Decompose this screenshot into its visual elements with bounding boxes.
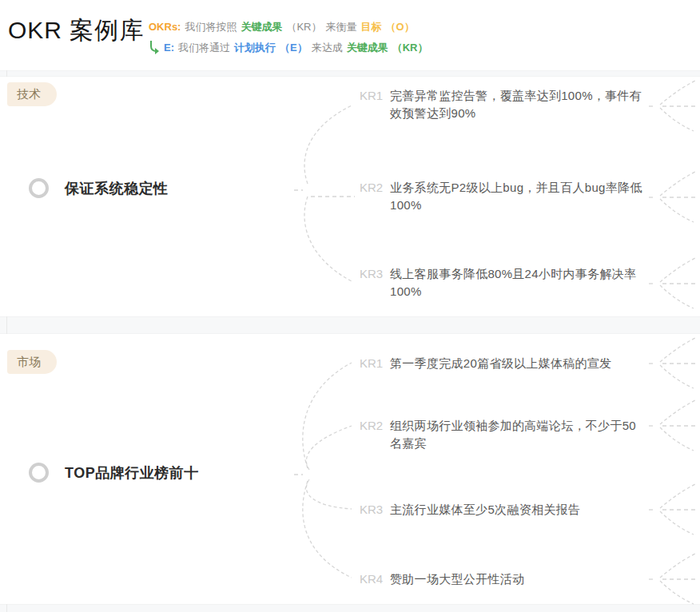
objective-node[interactable]: 保证系统稳定性 <box>29 178 169 198</box>
section-tech: 技术 保证系统稳定性 KR1 完善异常监控告警，覆盖率达到100%，事件有效预警… <box>0 77 700 316</box>
kr-index: KR1 <box>360 87 384 105</box>
section-market: 市场 TOP品牌行业榜前十 KR1 第一季度完成20篇省级以上媒体稿的宣发 KR… <box>0 334 700 604</box>
okr-legend: OKRs: 我们将按照 关键成果 （KR） 来衡量 目标 （O） E: 我们将通… <box>149 17 432 58</box>
objective-title: 保证系统稳定性 <box>65 179 169 198</box>
legend-text: 来衡量 <box>326 17 357 38</box>
kr-item[interactable]: KR3 线上客服事务降低80%且24小时内事务解决率100% <box>360 265 647 300</box>
kr-index: KR2 <box>360 179 384 197</box>
kr-item[interactable]: KR4 赞助一场大型公开性活动 <box>360 570 647 588</box>
section-divider <box>0 604 700 612</box>
objective-bullet-icon[interactable] <box>29 463 49 483</box>
kr-index: KR1 <box>360 355 384 372</box>
legend-line-okr: OKRs: 我们将按照 关键成果 （KR） 来衡量 目标 （O） <box>149 17 432 38</box>
kr-text: 组织两场行业领袖参加的高端论坛，不少于50名嘉宾 <box>390 417 647 452</box>
curved-arrow-icon <box>149 41 161 55</box>
kr-index: KR3 <box>360 501 384 519</box>
collapsed-branch-icon <box>647 480 700 539</box>
legend-text: 我们将按照 <box>185 17 237 38</box>
kr-text: 主流行业媒体至少5次融资相关报告 <box>390 501 647 519</box>
collapsed-branch-icon <box>647 254 700 313</box>
kr-text: 赞助一场大型公开性活动 <box>390 570 647 588</box>
kr-item[interactable]: KR2 组织两场行业领袖参加的高端论坛，不少于50名嘉宾 <box>360 417 647 452</box>
page-title: OKR 案例库 <box>8 14 144 47</box>
legend-e-paren: （E） <box>280 38 308 58</box>
kr-text: 完善异常监控告警，覆盖率达到100%，事件有效预警达到90% <box>390 87 647 122</box>
legend-kr-paren: （KR） <box>392 38 428 58</box>
collapsed-branch-icon <box>647 396 700 455</box>
kr-item[interactable]: KR2 业务系统无P2级以上bug，并且百人bug率降低100% <box>360 179 647 214</box>
tag-market[interactable]: 市场 <box>7 350 57 374</box>
tag-label: 市场 <box>17 355 41 368</box>
tag-label: 技术 <box>17 87 41 101</box>
kr-item[interactable]: KR1 第一季度完成20篇省级以上媒体稿的宣发 <box>360 355 647 372</box>
branch-connector-lines <box>286 77 361 316</box>
collapsed-branch-icon <box>647 77 700 136</box>
kr-text: 业务系统无P2级以上bug，并且百人bug率降低100% <box>390 179 647 214</box>
legend-kr-paren: （KR） <box>286 17 321 38</box>
kr-index: KR4 <box>360 570 384 588</box>
legend-line-e: E: 我们将通过 计划执行 （E） 来达成 关键成果 （KR） <box>149 38 432 58</box>
kr-index: KR2 <box>360 417 384 435</box>
kr-index: KR3 <box>360 265 384 283</box>
legend-goal-paren: （O） <box>386 17 415 38</box>
page-header: OKR 案例库 OKRs: 我们将按照 关键成果 （KR） 来衡量 目标 （O）… <box>0 0 700 70</box>
collapsed-branch-icon <box>647 334 700 393</box>
objective-title: TOP品牌行业榜前十 <box>65 463 199 483</box>
section-divider <box>0 316 700 334</box>
collapsed-branch-icon <box>647 550 700 609</box>
legend-kr-label: 关键成果 <box>241 17 282 38</box>
legend-plan-label: 计划执行 <box>234 38 276 58</box>
tag-tech[interactable]: 技术 <box>7 82 57 106</box>
legend-e-label: E: <box>164 38 174 58</box>
legend-text: 我们将通过 <box>178 38 230 58</box>
branch-connector-lines <box>286 334 361 604</box>
objective-node[interactable]: TOP品牌行业榜前十 <box>29 463 199 483</box>
okr-case-library-page: OKR 案例库 OKRs: 我们将按照 关键成果 （KR） 来衡量 目标 （O）… <box>0 0 700 612</box>
kr-text: 第一季度完成20篇省级以上媒体稿的宣发 <box>390 355 647 372</box>
objective-bullet-icon[interactable] <box>29 178 49 198</box>
collapsed-branch-icon <box>647 168 700 227</box>
legend-goal-label: 目标 <box>361 17 382 38</box>
legend-okrs-label: OKRs: <box>149 17 181 38</box>
kr-item[interactable]: KR1 完善异常监控告警，覆盖率达到100%，事件有效预警达到90% <box>360 87 647 122</box>
legend-kr-label: 关键成果 <box>347 38 388 58</box>
legend-text: 来达成 <box>312 38 343 58</box>
kr-text: 线上客服事务降低80%且24小时内事务解决率100% <box>390 265 647 300</box>
section-divider <box>0 70 700 77</box>
kr-item[interactable]: KR3 主流行业媒体至少5次融资相关报告 <box>360 501 647 519</box>
